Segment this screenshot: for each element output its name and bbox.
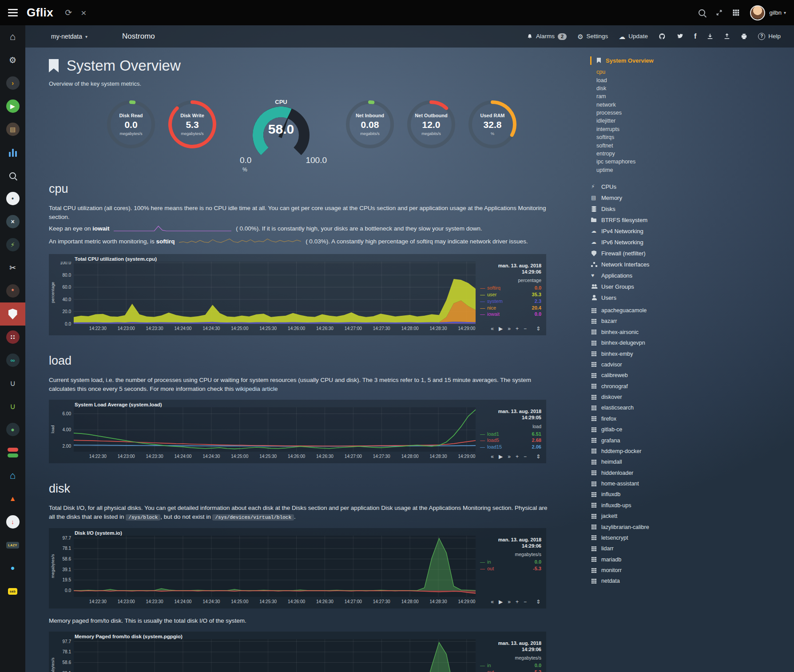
sidebar-item-heimdall[interactable]: heimdall bbox=[591, 457, 723, 467]
sidebar-item-binhex-emby[interactable]: binhex-emby bbox=[591, 348, 723, 359]
help-button[interactable]: ? Help bbox=[758, 33, 781, 40]
chart-zoom-out-button[interactable]: − bbox=[524, 454, 527, 459]
sidebar-item-lazylibrarian-calibre[interactable]: lazylibrarian-calibre bbox=[591, 521, 723, 532]
legend-out[interactable]: —out-5.2 bbox=[480, 669, 541, 672]
chart-forward-button[interactable]: » bbox=[508, 454, 511, 459]
sidebar-app-sabnzbd[interactable]: sab bbox=[0, 580, 25, 603]
sidebar-item-ipv4-networking[interactable]: ☁IPv4 Networking bbox=[591, 226, 723, 237]
sidebar-item-diskover[interactable]: diskover bbox=[591, 392, 723, 402]
save-snapshot-button[interactable] bbox=[707, 33, 713, 40]
sidebar-item-uptime[interactable]: uptime bbox=[596, 166, 723, 174]
sidebar-item-apacheguacamole[interactable]: apacheguacamole bbox=[591, 305, 723, 316]
print-button[interactable] bbox=[741, 33, 747, 40]
sidebar-app-download-app[interactable]: ↓ bbox=[0, 510, 25, 533]
search-icon[interactable] bbox=[699, 9, 705, 16]
sidebar-app-app-dots[interactable]: ∷ bbox=[0, 326, 25, 349]
chart-forward-button[interactable]: » bbox=[508, 599, 511, 604]
chart-disk[interactable]: Disk I/O (system.io)megabytes/s0.019.539… bbox=[49, 528, 546, 608]
sidebar-item-user-groups[interactable]: User Groups bbox=[591, 281, 723, 292]
sidebar-item-chronograf[interactable]: chronograf bbox=[591, 381, 723, 392]
legend-system[interactable]: —system2.3 bbox=[480, 298, 541, 305]
sidebar-item-firefox[interactable]: firefox bbox=[591, 414, 723, 424]
legend-iowait[interactable]: —iowait0.0 bbox=[480, 311, 541, 318]
sidebar-item-users[interactable]: Users bbox=[591, 292, 723, 303]
sidebar-item-ram[interactable]: ram bbox=[596, 92, 723, 100]
gauge-net-inbound[interactable]: Net Inbound0.08megabits/s bbox=[341, 99, 399, 150]
facebook-button[interactable]: f bbox=[694, 33, 696, 40]
legend-out[interactable]: —out-5.3 bbox=[480, 565, 541, 572]
sidebar-item-interrupts[interactable]: interrupts bbox=[596, 125, 723, 133]
sidebar-app-app-drop[interactable]: ● bbox=[0, 557, 25, 580]
sidebar-item-network-interfaces[interactable]: Network Interfaces bbox=[591, 259, 723, 270]
chart-cpu[interactable]: Total CPU utilization (system.cpu)percen… bbox=[49, 254, 546, 335]
gauge-disk-write[interactable]: Disk Write5.3megabytes/s bbox=[163, 99, 221, 150]
sidebar-item-entropy[interactable]: entropy bbox=[596, 150, 723, 158]
chart-backward-button[interactable]: « bbox=[491, 326, 494, 331]
sidebar-item-applications[interactable]: ♥Applications bbox=[591, 270, 723, 281]
legend-load1[interactable]: —load16.51 bbox=[480, 431, 541, 437]
sidebar-app-app-scissors[interactable]: ✂ bbox=[0, 256, 25, 279]
sidebar-item-netdata[interactable]: netdata bbox=[591, 576, 723, 586]
legend-softirq[interactable]: —softirq0.0 bbox=[480, 285, 541, 291]
chart-zoom-out-button[interactable]: − bbox=[524, 599, 527, 604]
gauge-net-outbound[interactable]: Net Outbound12.0megabits/s bbox=[402, 99, 460, 150]
sidebar-app-settings[interactable]: ⚙ bbox=[0, 48, 25, 72]
settings-button[interactable]: ⚙ Settings bbox=[577, 33, 608, 40]
sidebar-item-softirqs[interactable]: softirqs bbox=[596, 133, 723, 141]
sidebar-item-calibreweb[interactable]: calibreweb bbox=[591, 370, 723, 381]
sidebar-item-idlejitter[interactable]: idlejitter bbox=[596, 117, 723, 125]
sidebar-item-influxdb[interactable]: influxdb bbox=[591, 489, 723, 500]
softirq-sparkline[interactable] bbox=[179, 238, 301, 248]
sidebar-app-home-assistant[interactable]: ⌂ bbox=[0, 464, 25, 487]
sidebar-app-gitlab[interactable]: ▲ bbox=[0, 487, 25, 510]
chart-play-button[interactable]: ▶ bbox=[499, 599, 503, 604]
chart-resize-button[interactable]: ⇕ bbox=[536, 454, 540, 459]
sidebar-item-influxdb-ups[interactable]: influxdb-ups bbox=[591, 500, 723, 511]
sidebar-item-mariadb[interactable]: mariadb bbox=[591, 554, 723, 565]
sidebar-app-tautulli[interactable]: ⚡ bbox=[0, 233, 25, 256]
user-menu[interactable]: gilbn ▾ bbox=[770, 9, 786, 16]
iowait-sparkline[interactable] bbox=[114, 225, 231, 235]
avatar[interactable] bbox=[750, 5, 765, 20]
close-icon[interactable]: × bbox=[81, 8, 86, 17]
apps-grid-icon[interactable] bbox=[732, 9, 740, 16]
sidebar-app-app-dot-green[interactable]: ● bbox=[0, 418, 25, 441]
sidebar-item-system-overview[interactable]: System Overview bbox=[590, 56, 723, 65]
menu-icon[interactable] bbox=[8, 7, 18, 18]
chart-pgpgio[interactable]: Memory Paged from/to disk (system.pgpgio… bbox=[49, 632, 546, 672]
sidebar-item-hiddenloader[interactable]: hiddenloader bbox=[591, 468, 723, 478]
sidebar-item-grafana[interactable]: grafana bbox=[591, 435, 723, 445]
sidebar-app-radarr[interactable]: • bbox=[0, 187, 25, 210]
sidebar-item-ipc-semaphores[interactable]: ipc semaphores bbox=[596, 158, 723, 166]
sidebar-item-ipv6-networking[interactable]: ☁IPv6 Networking bbox=[591, 237, 723, 248]
refresh-icon[interactable]: ⟳ bbox=[65, 8, 72, 17]
sidebar-item-firewall-netfilter[interactable]: Firewall (netfilter) bbox=[591, 248, 723, 259]
chart-zoom-in-button[interactable]: + bbox=[516, 599, 519, 604]
sidebar-item-binhex-delugevpn[interactable]: binhex-delugevpn bbox=[591, 338, 723, 348]
sidebar-item-binhex-airsonic[interactable]: binhex-airsonic bbox=[591, 327, 723, 338]
sidebar-item-load[interactable]: load bbox=[596, 76, 723, 84]
sidebar-app-app-pills[interactable] bbox=[0, 441, 25, 464]
chart-resize-button[interactable]: ⇕ bbox=[536, 599, 540, 604]
sidebar-item-home-assistant[interactable]: home-assistant bbox=[591, 478, 723, 489]
twitter-button[interactable] bbox=[676, 33, 683, 40]
legend-user[interactable]: —user35.3 bbox=[480, 291, 541, 298]
alarms-button[interactable]: Alarms 2 bbox=[527, 33, 567, 40]
sidebar-app-ombi[interactable]: * bbox=[0, 279, 25, 302]
sidebar-app-app-u-grey[interactable]: ∪ bbox=[0, 372, 25, 395]
chart-zoom-in-button[interactable]: + bbox=[516, 454, 519, 459]
sidebar-item-cadvisor[interactable]: cadvisor bbox=[591, 359, 723, 370]
sidebar-item-bazarr[interactable]: bazarr bbox=[591, 316, 723, 326]
sidebar-item-disks[interactable]: Disks bbox=[591, 203, 723, 215]
github-button[interactable] bbox=[659, 33, 666, 40]
legend-load15[interactable]: —load152.06 bbox=[480, 444, 541, 450]
wikipedia-link[interactable]: wikipedia article bbox=[235, 386, 278, 392]
sidebar-item-monitorr[interactable]: monitorr bbox=[591, 565, 723, 576]
update-button[interactable]: ☁ Update bbox=[619, 33, 648, 40]
sidebar-item-elasticsearch[interactable]: elasticsearch bbox=[591, 402, 723, 413]
sidebar-app-lazylibrarian[interactable]: LAZY bbox=[0, 533, 25, 557]
chart-zoom-in-button[interactable]: + bbox=[516, 326, 519, 331]
legend-load5[interactable]: —load52.68 bbox=[480, 437, 541, 444]
chart-zoom-out-button[interactable]: − bbox=[524, 326, 527, 331]
sidebar-app-airsonic[interactable] bbox=[0, 141, 25, 164]
